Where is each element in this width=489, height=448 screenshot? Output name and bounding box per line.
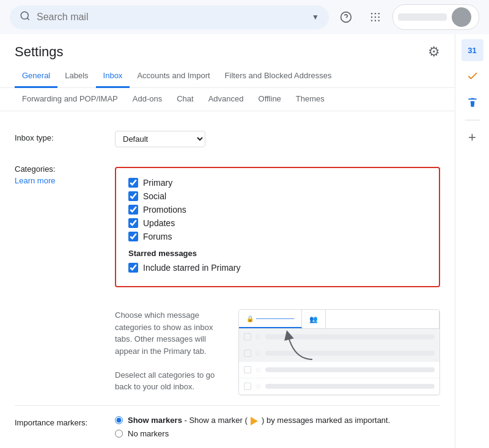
svg-point-4 [371, 13, 373, 15]
svg-point-10 [371, 20, 373, 22]
tasks-sidebar-icon[interactable] [460, 64, 485, 88]
starred-section: Starred messages Include starred in Prim… [128, 249, 427, 273]
avatar[interactable] [452, 7, 471, 27]
preview-tab-primary: 🔒 ──────── [239, 310, 302, 328]
tab-inbox[interactable]: Inbox [96, 65, 130, 88]
inbox-preview: 🔒 ──────── 👥 ☆ [238, 309, 440, 395]
tab-labels[interactable]: Labels [57, 65, 95, 88]
starred-section-label: Starred messages [128, 249, 427, 258]
category-forums-checkbox[interactable] [128, 232, 138, 241]
help-button[interactable] [334, 5, 358, 29]
show-markers-item: Show markers - Show a marker ( ) by mess… [115, 416, 390, 425]
svg-point-9 [378, 17, 380, 18]
apps-button[interactable] [363, 5, 388, 29]
inbox-type-row: Inbox type: Default Important first Unre… [15, 123, 440, 155]
svg-point-0 [21, 12, 28, 19]
preview-row-3: ☆ [239, 362, 439, 378]
calendar-sidebar-icon[interactable]: 31 [461, 39, 483, 61]
svg-point-8 [375, 17, 377, 18]
search-dropdown-icon[interactable]: ▼ [312, 13, 319, 21]
sidebar-separator [465, 120, 480, 120]
importance-marker-icon [251, 417, 258, 425]
preview-body: ☆ ☆ ☆ [239, 329, 439, 395]
preview-row-4: ☆ [239, 378, 439, 395]
categories-learn-more-link[interactable]: Learn more [15, 176, 100, 185]
settings-gear-button[interactable]: ⚙ [428, 44, 440, 60]
search-bar[interactable]: ▼ [10, 6, 329, 29]
tab-filters[interactable]: Filters and Blocked Addresses [218, 65, 339, 88]
description-preview-row: Choose which message categories to show … [115, 304, 440, 405]
preview-checkbox-4 [244, 383, 251, 390]
main-layout: Settings ⚙ General Labels Inbox Accounts… [0, 34, 489, 448]
show-markers-radio[interactable] [115, 416, 123, 424]
show-markers-label: Show markers - Show a marker ( ) by mess… [128, 416, 390, 425]
preview-tabs: 🔒 ──────── 👥 [239, 310, 439, 329]
search-input[interactable] [37, 12, 306, 23]
settings-body: Inbox type: Default Important first Unre… [0, 111, 455, 448]
right-sidebar: 31 + [455, 34, 489, 448]
preview-row-1: ☆ [239, 329, 439, 345]
tabs-row-2: Forwarding and POP/IMAP Add-ons Chat Adv… [0, 88, 455, 111]
category-updates-checkbox[interactable] [128, 218, 138, 228]
preview-row-2: ☆ [239, 345, 439, 362]
tab-chat[interactable]: Chat [169, 88, 200, 111]
preview-line-3 [265, 367, 435, 372]
tab-advanced[interactable]: Advanced [201, 88, 251, 111]
inbox-type-label: Inbox type: [15, 131, 100, 142]
settings-content: Settings ⚙ General Labels Inbox Accounts… [0, 34, 455, 448]
tab-forwarding[interactable]: Forwarding and POP/IMAP [15, 88, 125, 111]
category-forums-label: Forums [143, 232, 172, 241]
importance-label: Importance markers: [15, 416, 100, 427]
tab-accounts-import[interactable]: Accounts and Import [130, 65, 217, 88]
category-primary-label: Primary [143, 178, 172, 188]
settings-header: Settings ⚙ [0, 34, 455, 65]
preview-tab-social: 👥 [302, 310, 326, 328]
svg-point-12 [378, 20, 380, 22]
category-promotions-checkbox[interactable] [128, 205, 138, 215]
svg-point-5 [375, 13, 377, 15]
sidebar-add-button[interactable]: + [460, 125, 485, 150]
category-updates: Updates [128, 218, 427, 228]
preview-checkbox-3 [244, 366, 251, 373]
category-social-label: Social [143, 191, 166, 201]
category-forums: Forums [128, 232, 427, 241]
preview-arrow [276, 329, 325, 365]
importance-row: Importance markers: Show markers - Show … [15, 405, 440, 448]
people-icon: 👥 [309, 315, 318, 323]
category-promotions-label: Promotions [143, 205, 186, 215]
no-markers-item: No markers [115, 429, 390, 438]
topbar: ▼ [0, 0, 489, 34]
include-starred-checkbox[interactable] [128, 263, 138, 273]
preview-star-3: ☆ [255, 365, 262, 374]
account-button[interactable] [392, 4, 479, 30]
preview-star-4: ☆ [255, 382, 262, 391]
preview-star-1: ☆ [255, 332, 262, 341]
keep-sidebar-icon[interactable] [460, 90, 485, 115]
categories-row: Categories: Learn more Primary Social [15, 155, 440, 304]
topbar-right [334, 4, 479, 30]
category-primary: Primary [128, 178, 427, 188]
tab-offline[interactable]: Offline [251, 88, 289, 111]
categories-box: Primary Social Promotions Updates [115, 167, 440, 287]
tab-general[interactable]: General [15, 65, 57, 88]
account-email [398, 13, 447, 21]
category-primary-checkbox[interactable] [128, 178, 138, 188]
tab-addons[interactable]: Add-ons [125, 88, 169, 111]
category-social-checkbox[interactable] [128, 191, 138, 201]
no-markers-label: No markers [128, 429, 169, 438]
no-markers-radio[interactable] [115, 430, 123, 438]
description-text: Choose which message categories to show … [115, 309, 224, 393]
svg-point-11 [375, 20, 377, 22]
category-promotions: Promotions [128, 205, 427, 215]
inbox-type-select[interactable]: Default Important first Unread first Sta… [115, 131, 205, 147]
importance-radio-group: Show markers - Show a marker ( ) by mess… [115, 416, 390, 438]
category-updates-label: Updates [143, 218, 175, 228]
svg-line-1 [27, 18, 29, 20]
tabs-row-1: General Labels Inbox Accounts and Import… [0, 65, 455, 88]
lock-icon: 🔒 [246, 315, 254, 322]
include-starred-label: Include starred in Primary [143, 263, 241, 273]
preview-star-2: ☆ [255, 349, 262, 358]
tab-themes[interactable]: Themes [289, 88, 332, 111]
preview-tab-extra [326, 310, 439, 328]
svg-point-7 [371, 17, 373, 18]
